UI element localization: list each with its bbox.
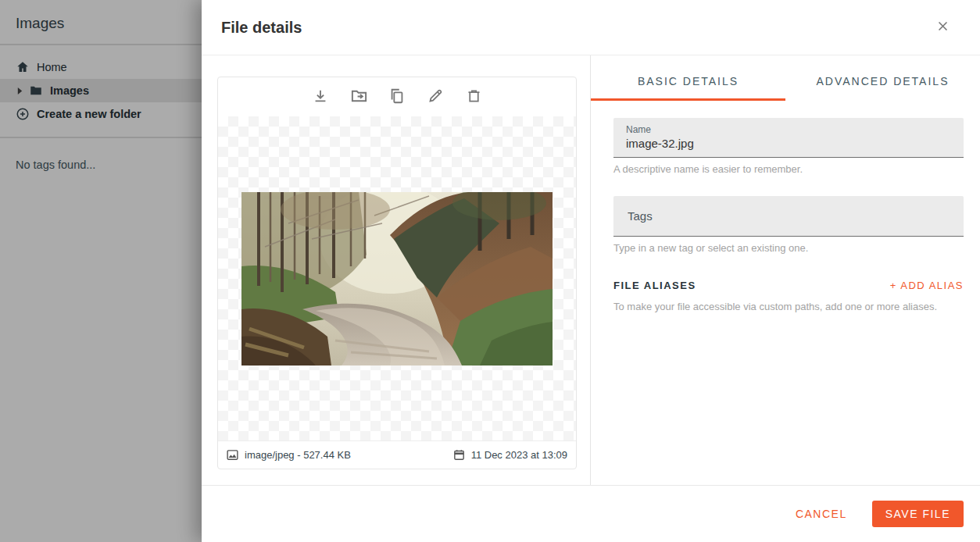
file-meta-bar: image/jpeg - 527.44 KB 11 Dec 2023 at 13… xyxy=(218,440,576,469)
delete-button[interactable] xyxy=(464,87,483,106)
aliases-helper-text: To make your file accessible via custom … xyxy=(613,301,964,312)
file-preview-card: image/jpeg - 527.44 KB 11 Dec 2023 at 13… xyxy=(217,77,577,469)
modal-overlay-scrim[interactable] xyxy=(0,0,202,542)
edit-button[interactable] xyxy=(426,87,445,106)
duplicate-icon xyxy=(388,87,406,107)
file-aliases-heading: FILE ALIASES xyxy=(613,280,696,291)
details-tabs: BASIC DETAILS ADVANCED DETAILS xyxy=(591,63,980,101)
tags-helper-text: Type in a new tag or select an existing … xyxy=(613,242,964,254)
file-type-size: image/jpeg - 527.44 KB xyxy=(226,448,351,462)
tags-field-box[interactable] xyxy=(613,196,964,237)
transparency-checkerboard xyxy=(218,116,576,440)
save-file-button[interactable]: SAVE FILE xyxy=(872,501,964,527)
file-date-text: 11 Dec 2023 at 13:09 xyxy=(471,449,567,461)
close-button[interactable] xyxy=(933,18,952,37)
file-details-modal: File details xyxy=(202,0,980,542)
file-preview-image xyxy=(241,192,553,365)
modal-body: image/jpeg - 527.44 KB 11 Dec 2023 at 13… xyxy=(202,55,980,485)
cancel-button[interactable]: CANCEL xyxy=(788,501,855,526)
name-field-label: Name xyxy=(626,124,951,135)
tags-input[interactable] xyxy=(626,209,951,223)
name-input[interactable] xyxy=(626,135,951,150)
file-date: 11 Dec 2023 at 13:09 xyxy=(452,448,567,462)
close-icon xyxy=(936,20,950,35)
preview-panel: image/jpeg - 527.44 KB 11 Dec 2023 at 13… xyxy=(202,55,590,485)
download-icon xyxy=(312,87,329,107)
name-helper-text: A descriptive name is easier to remember… xyxy=(613,163,964,175)
download-button[interactable] xyxy=(311,87,330,106)
modal-title: File details xyxy=(221,19,302,37)
screen: Images Home Images xyxy=(0,0,980,542)
tab-advanced-details[interactable]: ADVANCED DETAILS xyxy=(785,63,980,101)
details-panel: BASIC DETAILS ADVANCED DETAILS Name A de… xyxy=(590,55,980,485)
add-alias-button[interactable]: + ADD ALIAS xyxy=(890,280,964,291)
duplicate-button[interactable] xyxy=(388,87,406,106)
calendar-icon xyxy=(452,448,466,462)
file-type-size-text: image/jpeg - 527.44 KB xyxy=(245,449,351,461)
move-to-folder-icon xyxy=(350,87,368,107)
modal-footer: CANCEL SAVE FILE xyxy=(202,485,980,542)
modal-header: File details xyxy=(202,0,980,55)
name-field-box[interactable]: Name xyxy=(613,118,964,158)
delete-icon xyxy=(466,87,482,106)
file-aliases-header: FILE ALIASES + ADD ALIAS xyxy=(613,280,964,291)
file-toolbar xyxy=(218,77,576,116)
basic-details-form: Name A descriptive name is easier to rem… xyxy=(591,101,980,312)
edit-icon xyxy=(427,87,444,106)
image-icon xyxy=(226,448,239,462)
tab-basic-details[interactable]: BASIC DETAILS xyxy=(591,63,785,101)
move-to-folder-button[interactable] xyxy=(349,87,368,106)
